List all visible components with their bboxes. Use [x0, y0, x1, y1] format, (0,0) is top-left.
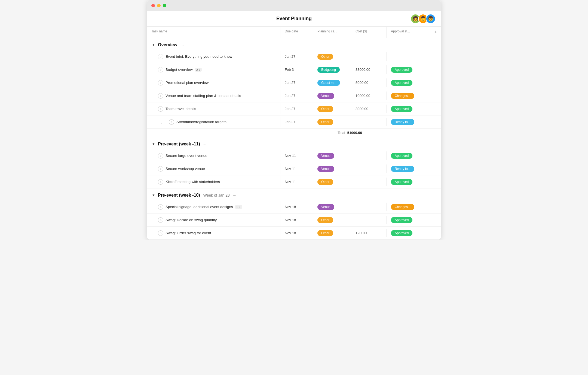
- approval-cell: Ready fo...: [387, 164, 430, 174]
- minimize-button[interactable]: [157, 4, 161, 7]
- page-title: Event Planning: [276, 16, 312, 22]
- table-row: ⋮⋮ ○ Attendance/registration targets Jan…: [147, 115, 441, 129]
- avatar-group: 🧑 👨 👦: [411, 14, 436, 24]
- cost-cell: 10000.00: [351, 92, 387, 100]
- approval-badge[interactable]: Approved: [391, 80, 412, 86]
- task-check[interactable]: ○: [158, 80, 163, 86]
- category-badge[interactable]: Other: [317, 179, 333, 185]
- task-check[interactable]: ○: [169, 119, 174, 125]
- section-overview-toggle[interactable]: ▼: [151, 43, 156, 47]
- section-pre10-subtitle: Week of Jan 28: [203, 193, 230, 197]
- task-check[interactable]: ○: [158, 204, 163, 210]
- approval-badge[interactable]: Approved: [391, 106, 412, 112]
- approval-cell: Approved: [387, 228, 430, 238]
- task-name-cell: ○ Secure large event venue: [147, 150, 280, 161]
- approval-badge[interactable]: Approved: [391, 179, 412, 185]
- approval-cell: Approved: [387, 65, 430, 75]
- task-list: ▼ Overview ··· ○ Event brief: Everything…: [147, 38, 441, 240]
- cost-cell: 3000.00: [351, 105, 387, 113]
- category-badge[interactable]: Other: [317, 106, 333, 112]
- cost-cell: —: [351, 216, 387, 224]
- approval-badge[interactable]: Changes...: [391, 93, 414, 99]
- table-row: ○ Promotional plan overview Jan 27 Guest…: [147, 76, 441, 89]
- category-badge[interactable]: Other: [317, 119, 333, 125]
- cost-cell: —: [351, 164, 387, 173]
- task-check[interactable]: ○: [158, 217, 163, 223]
- col-cost[interactable]: Cost [$]: [351, 27, 387, 38]
- drag-handle[interactable]: ⋮⋮: [158, 120, 167, 124]
- section-pre10-header: ▼ Pre-event (week -10) Week of Jan 28 ··…: [147, 188, 441, 200]
- approval-badge[interactable]: Ready fo...: [391, 119, 414, 125]
- category-badge[interactable]: Venue: [317, 166, 334, 172]
- col-planning-cat[interactable]: Planning ca...: [313, 27, 351, 38]
- action-cell: [430, 180, 441, 184]
- table-row: ○ Kickoff meeting with stakeholders Nov …: [147, 175, 441, 188]
- add-column-button[interactable]: +: [430, 27, 441, 38]
- category-badge[interactable]: Venue: [317, 153, 334, 159]
- action-cell: [430, 218, 441, 222]
- approval-cell: Changes...: [387, 91, 430, 101]
- task-name-cell: ○ Budget overview 2 ⤵: [147, 64, 280, 75]
- col-due-date[interactable]: Due date: [280, 27, 313, 38]
- task-name: Secure workshop venue: [166, 167, 205, 171]
- task-check[interactable]: ○: [158, 54, 163, 59]
- subtask-badge[interactable]: 2 ⤵: [235, 205, 242, 209]
- due-date-cell: Nov 11: [280, 164, 313, 173]
- section-pre10-dots[interactable]: ···: [233, 193, 236, 197]
- task-name: Event brief: Everything you need to know: [166, 54, 232, 59]
- task-check[interactable]: ○: [158, 230, 163, 236]
- approval-badge[interactable]: Approved: [391, 153, 412, 159]
- section-pre11-dots[interactable]: ···: [203, 142, 207, 146]
- table-row: ○ Secure large event venue Nov 11 Venue …: [147, 149, 441, 162]
- category-badge[interactable]: Venue: [317, 93, 334, 99]
- subtask-badge[interactable]: 2 ⤵: [195, 68, 202, 72]
- approval-badge[interactable]: Changes...: [391, 204, 414, 210]
- due-date-cell: Jan 27: [280, 52, 313, 61]
- avatar-3[interactable]: 👦: [426, 14, 436, 24]
- task-name-cell: ○ Venue and team staffing plan & contact…: [147, 90, 280, 101]
- approval-badge[interactable]: Approved: [391, 230, 412, 236]
- action-cell: [430, 154, 441, 158]
- task-check[interactable]: ○: [158, 153, 163, 158]
- category-badge[interactable]: Other: [317, 54, 333, 60]
- task-check[interactable]: ○: [158, 93, 163, 99]
- close-button[interactable]: [151, 4, 155, 7]
- maximize-button[interactable]: [163, 4, 166, 7]
- task-name: Promotional plan overview: [166, 81, 209, 85]
- action-cell: [430, 205, 441, 209]
- approval-badge[interactable]: Ready fo...: [391, 166, 414, 172]
- section-overview-dots[interactable]: ···: [180, 43, 184, 47]
- category-badge[interactable]: Other: [317, 230, 333, 236]
- task-name-cell: ○ Promotional plan overview: [147, 77, 280, 88]
- task-check[interactable]: ○: [158, 67, 163, 72]
- due-date-cell: Nov 18: [280, 229, 313, 237]
- section-pre11-toggle[interactable]: ▼: [151, 142, 156, 146]
- task-name: Special signage, additional event design…: [166, 205, 233, 209]
- category-badge[interactable]: Budgeting: [317, 67, 340, 73]
- task-check[interactable]: ○: [158, 106, 163, 112]
- col-task-name[interactable]: Task name: [147, 27, 280, 38]
- category-badge[interactable]: Guest m...: [317, 80, 340, 86]
- table-row: ○ Venue and team staffing plan & contact…: [147, 89, 441, 102]
- total-label: Total: [338, 131, 345, 135]
- approval-cell: Approved: [387, 151, 430, 161]
- approval-cell: Approved: [387, 177, 430, 187]
- task-name-cell: ⋮⋮ ○ Attendance/registration targets: [147, 117, 280, 127]
- approval-cell: Approved: [387, 215, 430, 225]
- approval-badge[interactable]: Approved: [391, 67, 412, 73]
- section-pre10-toggle[interactable]: ▼: [151, 193, 156, 197]
- section-pre11-header: ▼ Pre-event (week -11) ···: [147, 137, 441, 149]
- table-header: Task name Due date Planning ca... Cost […: [147, 27, 441, 38]
- category-cell: Venue: [313, 91, 351, 101]
- task-check[interactable]: ○: [158, 179, 163, 185]
- category-badge[interactable]: Other: [317, 217, 333, 223]
- category-cell: Other: [313, 51, 351, 62]
- action-cell: [430, 94, 441, 98]
- task-check[interactable]: ○: [158, 166, 163, 172]
- approval-badge[interactable]: Approved: [391, 217, 412, 223]
- category-badge[interactable]: Venue: [317, 204, 334, 210]
- col-approval[interactable]: Approval st...: [387, 27, 430, 38]
- table-row: ○ Secure workshop venue Nov 11 Venue — R…: [147, 162, 441, 175]
- task-name-cell: ○ Swag: Decide on swag quantity: [147, 215, 280, 225]
- action-cell: [430, 231, 441, 235]
